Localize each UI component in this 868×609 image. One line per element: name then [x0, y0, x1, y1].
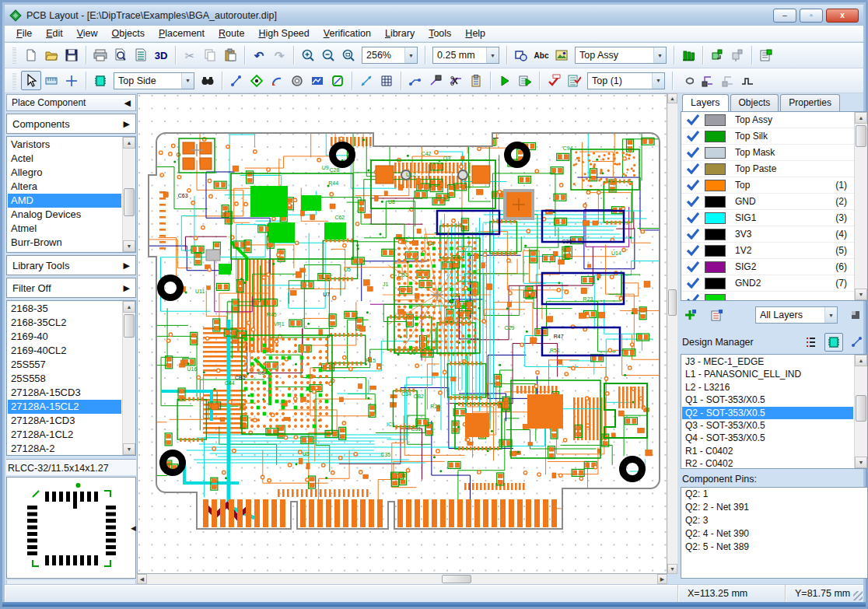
list-item[interactable]: 27128A-15CL2 [8, 400, 121, 414]
place-via-icon[interactable] [247, 71, 267, 90]
preview-scroll-left-icon[interactable]: ◀ [131, 524, 136, 532]
layer-color-swatch[interactable] [705, 114, 726, 126]
close-button[interactable]: x [826, 9, 859, 23]
place-polygon-icon[interactable] [307, 71, 327, 90]
scroll-left-icon[interactable]: ◀ [137, 574, 147, 584]
drc-check-icon[interactable] [544, 71, 564, 90]
list-item[interactable]: Q2: 2 - Net 391 [681, 501, 867, 514]
picture-tool-icon[interactable] [551, 46, 572, 65]
layer-visible-check-icon[interactable] [687, 229, 699, 240]
scroll-thumb[interactable] [124, 188, 135, 216]
grid-size-select[interactable]: 0.25 mm▼ [432, 47, 499, 64]
new-file-icon[interactable] [21, 46, 41, 65]
print-icon[interactable] [90, 46, 110, 65]
list-item[interactable]: Q3 - SOT-353/X0.5 [682, 419, 853, 432]
chevron-down-icon[interactable]: ▼ [404, 47, 417, 63]
layer-visible-check-icon[interactable] [687, 147, 699, 158]
run-autorouter-icon[interactable] [495, 71, 515, 90]
tab-objects[interactable]: Objects [730, 94, 779, 111]
zoom-window-icon[interactable] [338, 46, 359, 65]
component-pins-listbox[interactable]: Q2: 1Q2: 2 - Net 391Q2: 3Q2: 4 - Net 390… [681, 487, 868, 579]
scroll-down-icon[interactable]: ▼ [855, 289, 867, 300]
list-item[interactable]: 27128A-15CD3 [8, 386, 121, 400]
list-item[interactable]: J3 - MEC-1_EDGE [682, 355, 853, 368]
list-item[interactable]: Q2: 4 - Net 390 [681, 527, 867, 541]
collapse-left-icon[interactable]: ◀ [124, 98, 131, 108]
undo-icon[interactable]: ↶ [249, 46, 269, 65]
route-trace-icon[interactable] [405, 71, 425, 90]
chevron-down-icon[interactable]: ▼ [486, 47, 499, 63]
active-layer-select[interactable]: Top Assy▼ [575, 47, 667, 64]
menu-library[interactable]: Library [378, 26, 422, 40]
list-item[interactable]: Atmel [8, 222, 121, 236]
chevron-down-icon[interactable]: ▼ [653, 47, 666, 63]
list-item[interactable]: Q4 - SOT-353/X0.5 [682, 432, 853, 444]
update-from-schematic-icon[interactable] [707, 46, 727, 65]
list-item[interactable]: Q2: 3 [681, 514, 867, 527]
fanout-icon[interactable] [697, 71, 717, 90]
scroll-down-icon[interactable]: ▼ [123, 443, 135, 455]
layer-visible-check-icon[interactable] [687, 278, 699, 289]
menu-route[interactable]: Route [212, 26, 251, 40]
canvas-vscrollbar[interactable]: ▲ ▼ [667, 93, 677, 574]
scroll-up-icon[interactable]: ▲ [123, 137, 135, 149]
list-item[interactable]: Q2 - SOT-353/X0.5 [682, 407, 853, 419]
scroll-thumb[interactable] [668, 289, 677, 316]
redo-icon[interactable]: ↷ [269, 46, 289, 65]
list-item[interactable]: Altera [8, 180, 121, 194]
scrollbar[interactable]: ▲ ▼ [854, 355, 867, 468]
list-item[interactable]: 25S558 [8, 372, 121, 386]
scroll-thumb[interactable] [856, 395, 866, 422]
zoom-out-icon[interactable] [318, 46, 338, 65]
layer-properties-icon[interactable] [707, 306, 727, 325]
list-item[interactable]: R2 - C0402 [682, 457, 853, 469]
scroll-down-icon[interactable]: ▼ [667, 564, 677, 574]
library-tools-button[interactable]: Library Tools▶ [6, 255, 136, 275]
layer-row[interactable]: 1V2(5) [681, 243, 867, 259]
place-trace-icon[interactable] [226, 71, 247, 90]
print-preview-icon[interactable] [110, 46, 131, 65]
menu-verification[interactable]: Verification [317, 26, 378, 40]
scroll-right-icon[interactable]: ▶ [657, 574, 667, 584]
place-component-header[interactable]: Place Component◀ [6, 94, 136, 111]
minimize-button[interactable]: – [773, 9, 796, 23]
add-layer-icon[interactable] [681, 306, 701, 325]
list-item[interactable]: Varistors [8, 138, 121, 152]
layer-row[interactable]: Top Paste [681, 161, 867, 177]
layers-listbox[interactable]: Top AssyTop SilkTop MaskTop PasteTop(1)G… [681, 111, 868, 301]
table-icon[interactable] [376, 71, 397, 90]
copy-icon[interactable] [200, 46, 220, 65]
list-item[interactable]: Q2: 5 - Net 389 [681, 541, 867, 554]
layer-visible-check-icon[interactable] [687, 180, 699, 191]
menu-placement[interactable]: Placement [152, 26, 212, 40]
scroll-up-icon[interactable]: ▲ [855, 112, 867, 124]
pcb-canvas[interactable]: X2J2J1U5C35C34C62C63U9R23R29C42U8C44R47U… [137, 93, 667, 574]
report-icon[interactable] [131, 46, 151, 65]
autorouter-setup-icon[interactable] [515, 71, 535, 90]
zoom-in-icon[interactable] [298, 46, 318, 65]
list-item[interactable]: 2168-35 [8, 302, 121, 316]
layer-row[interactable]: SIG2(6) [681, 259, 867, 275]
layer-row[interactable]: GND(2) [681, 194, 867, 210]
chevron-down-icon[interactable]: ▼ [652, 73, 664, 89]
place-arc-icon[interactable] [267, 71, 287, 90]
list-item[interactable]: Q2: 1 [681, 488, 867, 501]
layer-contrast-icon[interactable] [845, 306, 866, 325]
route-layer-select[interactable]: Top (1)▼ [587, 72, 665, 89]
list-item[interactable]: 2169-40CL2 [8, 344, 121, 358]
place-component-history-icon[interactable] [678, 46, 698, 65]
components-view-icon[interactable] [824, 333, 843, 352]
layer-visible-check-icon[interactable] [687, 245, 699, 256]
layers-filter-select[interactable]: All Layers▼ [755, 306, 838, 324]
chevron-down-icon[interactable]: ▼ [824, 307, 837, 323]
layer-visible-check-icon[interactable] [687, 114, 699, 125]
layer-row[interactable]: 3V3(4) [681, 226, 867, 243]
list-item[interactable]: R1 - C0402 [682, 445, 853, 457]
menu-high-speed[interactable]: High Speed [251, 26, 316, 40]
shape-tool-icon[interactable] [511, 46, 531, 65]
fanout-gray-icon[interactable] [717, 71, 737, 90]
menu-help[interactable]: Help [458, 26, 492, 40]
layer-color-swatch[interactable] [705, 196, 726, 208]
menu-edit[interactable]: Edit [39, 26, 70, 40]
layer-visible-check-icon[interactable] [687, 261, 699, 272]
